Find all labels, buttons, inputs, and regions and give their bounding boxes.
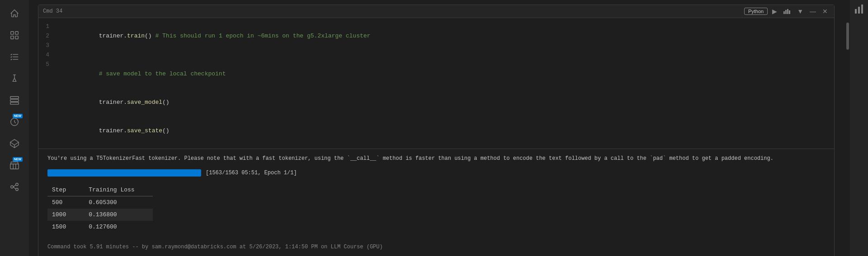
minimize-button[interactable]: —	[808, 7, 818, 16]
svg-line-18	[13, 187, 16, 189]
progress-bar-fill	[47, 169, 201, 177]
line-numbers: 1 2 3 4 5	[38, 22, 57, 145]
line-num-5: 5	[43, 60, 49, 69]
svg-line-17	[13, 185, 16, 187]
sidebar-item-home[interactable]	[5, 5, 24, 23]
table-row: 10000.136800	[47, 209, 153, 221]
sidebar-item-experiments[interactable]	[5, 70, 24, 88]
col-header-step: Step	[47, 184, 84, 196]
close-button[interactable]: ✕	[821, 7, 830, 16]
cell-step: 500	[47, 196, 84, 209]
progress-bar-background	[47, 169, 201, 177]
line-num-4: 4	[43, 50, 49, 60]
cell-loss: 0.127600	[84, 221, 152, 233]
code-line-5: trainer.save_state()	[57, 116, 834, 145]
table-header-row: Step Training Loss	[47, 184, 153, 196]
svg-point-16	[16, 188, 19, 191]
svg-rect-21	[787, 9, 788, 14]
cell-header: Cmd 34 Python ▶ ▼ — ✕	[38, 5, 834, 18]
svg-rect-23	[855, 9, 857, 14]
sidebar-item-data[interactable]	[5, 91, 24, 109]
tokenizer-warning: You're using a T5TokenizerFast tokenizer…	[47, 154, 825, 163]
code-line-2	[57, 50, 834, 60]
table-row: 5000.605300	[47, 196, 153, 209]
cell-cmd-label: Cmd 34	[43, 8, 62, 14]
svg-rect-0	[11, 32, 14, 34]
scrollbar-area[interactable]	[844, 0, 850, 256]
dropdown-button[interactable]: ▼	[795, 7, 805, 16]
notebook-container: Cmd 34 Python ▶ ▼ — ✕ 1 2 3	[29, 0, 844, 256]
svg-rect-9	[10, 102, 19, 105]
line-num-3: 3	[43, 41, 49, 50]
scrollbar-thumb[interactable]	[846, 23, 849, 50]
col-header-loss: Training Loss	[84, 184, 152, 196]
cell-step: 1000	[47, 209, 84, 221]
run-button[interactable]: ▶	[770, 7, 779, 16]
svg-point-14	[11, 186, 14, 188]
svg-rect-8	[10, 99, 19, 102]
sidebar-item-dashboards[interactable]	[5, 26, 24, 44]
language-badge: Python	[744, 8, 768, 15]
sidebar: NEW NEW	[0, 0, 29, 256]
sidebar-item-tasks[interactable]	[5, 48, 24, 66]
sidebar-item-workflows[interactable]	[5, 178, 24, 196]
training-table: Step Training Loss 5000.60530010000.1368…	[47, 184, 153, 233]
svg-rect-24	[858, 7, 860, 14]
svg-rect-22	[789, 10, 790, 14]
progress-label: [1563/1563 05:51, Epoch 1/1]	[206, 170, 297, 176]
svg-rect-7	[10, 97, 19, 99]
cell-controls: Python ▶ ▼ — ✕	[744, 7, 830, 16]
svg-rect-19	[783, 11, 785, 14]
progress-container: [1563/1563 05:51, Epoch 1/1]	[47, 169, 825, 177]
svg-rect-13	[10, 164, 19, 169]
svg-rect-20	[785, 10, 787, 14]
stats-chart-icon[interactable]	[855, 5, 863, 16]
new-badge-feature-store: NEW	[13, 114, 23, 118]
code-line-1: trainer.train() # This should run 1 epoc…	[57, 22, 834, 50]
cell-loss: 0.136800	[84, 209, 152, 221]
table-row: 15000.127600	[47, 221, 153, 233]
output-area: You're using a T5TokenizerFast tokenizer…	[38, 149, 834, 256]
command-footer: Command took 5.91 minutes -- by sam.raym…	[47, 240, 825, 250]
stats-bar	[850, 0, 868, 256]
svg-point-15	[16, 183, 19, 186]
svg-rect-25	[861, 5, 863, 14]
main-content: Cmd 34 Python ▶ ▼ — ✕ 1 2 3	[29, 0, 844, 256]
cell-step: 1500	[47, 221, 84, 233]
line-num-1: 1	[43, 22, 49, 31]
code-content[interactable]: trainer.train() # This should run 1 epoc…	[57, 22, 834, 145]
sidebar-item-feature-store[interactable]: NEW	[5, 113, 24, 131]
line-num-2: 2	[43, 31, 49, 41]
chart-button[interactable]	[782, 8, 793, 15]
notebook-cell: Cmd 34 Python ▶ ▼ — ✕ 1 2 3	[38, 5, 835, 256]
svg-rect-1	[15, 32, 18, 34]
sidebar-item-models[interactable]	[5, 135, 24, 153]
code-line-4: trainer.save_model()	[57, 88, 834, 116]
code-area: 1 2 3 4 5 trainer.train() # This should …	[38, 18, 834, 149]
cell-loss: 0.605300	[84, 196, 152, 209]
svg-rect-2	[11, 36, 14, 39]
code-line-3: # save model to the local checkpoint	[57, 60, 834, 88]
svg-rect-3	[15, 36, 18, 39]
table-body: 5000.60530010000.13680015000.127600	[47, 196, 153, 233]
new-badge-marketplace: NEW	[13, 157, 23, 162]
sidebar-item-marketplace[interactable]: NEW	[5, 156, 24, 174]
